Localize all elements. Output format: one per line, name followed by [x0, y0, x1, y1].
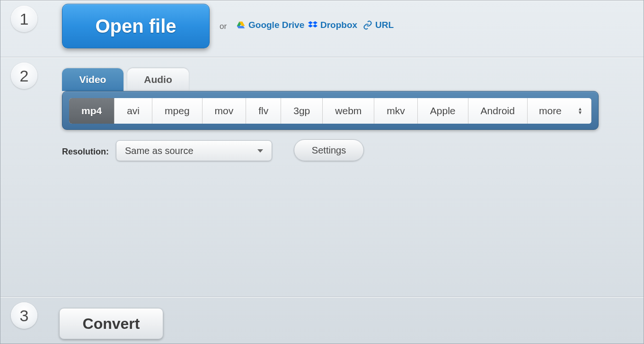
provider-google-drive-label: Google Drive	[248, 20, 304, 30]
format-avi[interactable]: avi	[115, 98, 152, 124]
format-selection-bar: mp4 avi mpeg mov flv 3gp webm mkv Apple …	[62, 91, 599, 130]
provider-dropbox[interactable]: Dropbox	[308, 20, 357, 30]
svg-marker-4	[313, 21, 318, 25]
format-bar: mp4 avi mpeg mov flv 3gp webm mkv Apple …	[69, 98, 591, 124]
format-mkv[interactable]: mkv	[374, 98, 418, 124]
convert-button[interactable]: Convert	[59, 308, 163, 339]
step-2-section: 2 Video Audio mp4 avi mpeg mov flv 3gp w…	[0, 57, 644, 297]
step-number-2: 2	[11, 63, 37, 89]
format-webm[interactable]: webm	[323, 98, 374, 124]
format-mp4[interactable]: mp4	[69, 98, 115, 124]
format-flv[interactable]: flv	[246, 98, 281, 124]
svg-marker-3	[308, 21, 313, 25]
svg-marker-2	[237, 26, 245, 28]
resolution-dropdown[interactable]: Same as source	[116, 140, 272, 161]
format-mov[interactable]: mov	[203, 98, 247, 124]
provider-url-label: URL	[375, 20, 394, 30]
open-file-button[interactable]: Open file	[62, 4, 210, 48]
provider-dropbox-label: Dropbox	[320, 20, 357, 30]
tab-video[interactable]: Video	[62, 68, 124, 91]
provider-google-drive[interactable]: Google Drive	[236, 20, 304, 30]
format-apple[interactable]: Apple	[418, 98, 468, 124]
google-drive-icon	[236, 20, 246, 30]
provider-url[interactable]: URL	[363, 20, 394, 30]
resolution-dropdown-value: Same as source	[125, 145, 194, 156]
chevron-down-icon	[257, 149, 263, 153]
format-3gp[interactable]: 3gp	[281, 98, 323, 124]
format-mpeg[interactable]: mpeg	[152, 98, 203, 124]
format-more[interactable]: more ▲▼	[528, 98, 591, 124]
dropbox-icon	[308, 20, 318, 30]
or-text: or	[220, 22, 227, 31]
step-number-3: 3	[11, 302, 37, 329]
settings-button[interactable]: Settings	[294, 139, 364, 161]
svg-marker-6	[313, 24, 318, 27]
format-more-label: more	[539, 105, 562, 117]
resolution-label: Resolution:	[62, 147, 109, 157]
svg-marker-5	[308, 24, 313, 27]
step-3-section: 3 Convert	[0, 297, 644, 344]
link-icon	[363, 20, 372, 30]
step-number-1: 1	[11, 6, 37, 32]
format-android[interactable]: Android	[468, 98, 528, 124]
tab-audio[interactable]: Audio	[127, 68, 189, 91]
sort-updown-icon: ▲▼	[578, 107, 582, 115]
media-type-tabs: Video Audio	[62, 68, 189, 91]
step-1-section: 1 Open file or Google Drive Dropbox URL	[0, 0, 644, 57]
